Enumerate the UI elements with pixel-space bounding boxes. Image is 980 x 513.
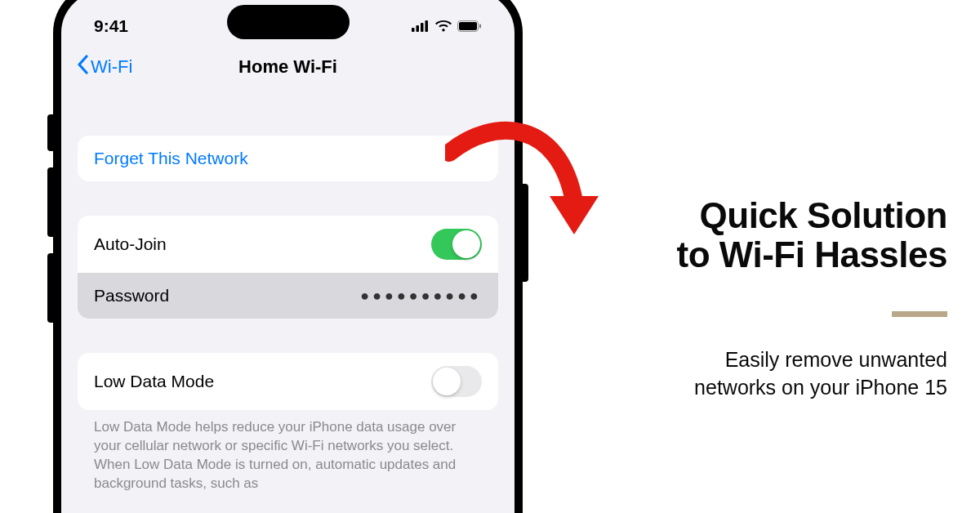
password-value-masked: ●●●●●●●●●● [360,288,482,305]
password-row[interactable]: Password ●●●●●●●●●● [78,273,498,319]
status-icons [412,20,482,32]
cellular-signal-icon [412,20,430,32]
wifi-icon [435,20,452,32]
forget-network-label: Forget This Network [94,149,248,168]
promo-subhead: Easily remove unwanted networks on your … [588,346,947,402]
svg-rect-0 [412,28,415,32]
svg-rect-1 [416,25,420,32]
low-data-mode-footer: Low Data Mode helps reduce your iPhone d… [78,410,498,493]
back-button[interactable]: Wi-Fi [76,55,132,79]
svg-rect-5 [459,22,477,30]
chevron-left-icon [76,55,89,79]
iphone-frame: 9:41 Wi-Fi Home Wi-Fi [53,0,523,513]
join-password-group: Auto-Join Password ●●●●●●●●●● [78,216,498,319]
volume-down-button [47,253,53,323]
password-label: Password [94,286,169,306]
back-label: Wi-Fi [91,56,132,78]
battery-icon [457,20,482,32]
promo-headline: Quick Solution to Wi-Fi Hassles [588,196,947,275]
navigation-bar: Wi-Fi Home Wi-Fi [61,41,514,88]
iphone-screen: 9:41 Wi-Fi Home Wi-Fi [61,0,514,513]
svg-rect-6 [479,25,481,29]
svg-rect-3 [425,20,429,32]
settings-content: Forget This Network Auto-Join Password ●… [61,136,514,493]
forget-network-group: Forget This Network [78,136,498,181]
subhead-line-2: networks on your iPhone 15 [694,376,947,399]
headline-line-1: Quick Solution [700,195,947,235]
status-time: 9:41 [94,16,128,36]
divider-accent [892,311,947,317]
dynamic-island [227,5,350,39]
page-title: Home Wi-Fi [238,56,337,78]
low-data-mode-toggle[interactable] [431,366,482,397]
low-data-mode-row: Low Data Mode [78,353,498,410]
toggle-knob [433,368,461,395]
toggle-knob [452,230,480,258]
subhead-line-1: Easily remove unwanted [725,348,947,371]
svg-rect-2 [421,23,424,32]
auto-join-toggle[interactable] [431,229,482,260]
power-button [523,184,528,282]
auto-join-row: Auto-Join [78,216,498,273]
low-data-group: Low Data Mode [78,353,498,410]
headline-line-2: to Wi-Fi Hassles [677,234,947,274]
auto-join-label: Auto-Join [94,234,167,254]
promo-panel: Quick Solution to Wi-Fi Hassles Easily r… [588,196,947,401]
forget-network-button[interactable]: Forget This Network [78,136,498,181]
low-data-mode-label: Low Data Mode [94,372,214,391]
